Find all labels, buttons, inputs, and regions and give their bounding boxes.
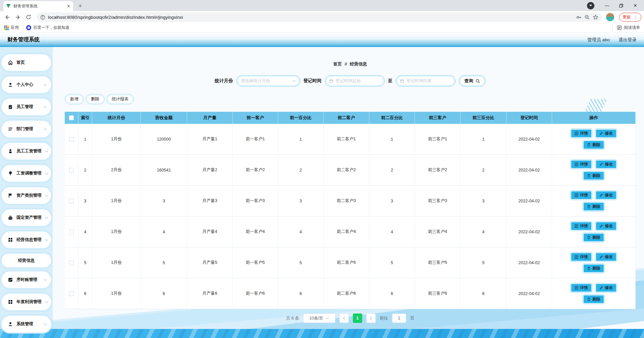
bookmark-star-icon[interactable] (593, 14, 598, 20)
row-delete-button[interactable]: 删除 (583, 295, 604, 304)
row-checkbox[interactable] (69, 168, 74, 173)
browser-menu-icon[interactable]: ⋮ (634, 15, 638, 20)
row-checkbox[interactable] (69, 137, 74, 142)
media-control-icon[interactable] (587, 2, 594, 9)
time-filter-label: 登记时间 (304, 78, 322, 84)
sidebar-item-journal-mgmt[interactable]: 序时账管理 (2, 272, 51, 288)
edit-button[interactable]: 修改 (595, 191, 617, 200)
cell-client1: 前一客户1 (233, 124, 278, 155)
cell-output: 月产量6 (187, 278, 233, 309)
time-start-input[interactable] (336, 79, 380, 83)
edit-button[interactable]: 修改 (595, 252, 617, 261)
sidebar-item-salary-mgmt[interactable]: 员工工资管理 (2, 143, 51, 159)
prev-page-button[interactable] (339, 313, 349, 323)
forward-button[interactable] (13, 13, 22, 21)
table-toolbar: 新增 删除 统计报表 (65, 94, 636, 104)
cell-client2: 前二客户3 (324, 186, 369, 216)
goto-page-input[interactable] (392, 313, 406, 323)
cell-output: 月产量3 (187, 186, 233, 216)
detail-button[interactable]: 详情 (571, 191, 592, 200)
edit-button[interactable]: 修改 (595, 129, 617, 138)
row-delete-button[interactable]: 删除 (583, 233, 604, 242)
row-delete-button[interactable]: 删除 (583, 202, 604, 211)
data-table: 索引 统计月份 营收金额 月产量 前一客户 前一百分比 前二客户 前二百分比 前… (65, 112, 636, 309)
time-start-input-wrap[interactable] (325, 75, 385, 87)
edit-button[interactable]: 修改 (595, 222, 617, 231)
sidebar-item-asset-category-mgmt[interactable]: 资产类别管理 (2, 187, 51, 204)
search-button[interactable]: 查询 (459, 75, 486, 87)
url-text[interactable]: localhost:8080/springbootqc6r2/admin/dis… (48, 15, 573, 20)
chevron-down-icon (44, 128, 47, 130)
cell-date: 2022-04-02 (506, 278, 552, 309)
table-row: 2 2月份 160541 月产量2 前一客户2 2 前二客户2 2 前三客户2 … (65, 155, 636, 186)
clipboard-icon (8, 104, 13, 109)
detail-button[interactable]: 详情 (571, 283, 592, 292)
window-minimize-button[interactable]: — (600, 1, 614, 10)
chevron-right-icon (370, 317, 372, 320)
sidebar-item-fixed-asset-mgmt[interactable]: 固定资产管理 (2, 209, 51, 226)
row-delete-button[interactable]: 删除 (583, 140, 604, 149)
address-bar[interactable]: localhost:8080/springbootqc6r2/admin/dis… (37, 12, 602, 22)
time-end-input-wrap[interactable] (396, 75, 455, 87)
cell-month: 2月份 (92, 155, 141, 186)
cell-month: 1月份 (92, 124, 141, 155)
report-button[interactable]: 统计报表 (106, 94, 134, 104)
window-close-button[interactable]: ✕ (629, 1, 642, 10)
add-button[interactable]: 新增 (65, 94, 84, 104)
sidebar-item-home[interactable]: 首页 (2, 54, 51, 71)
next-page-button[interactable] (366, 313, 376, 323)
select-all-checkbox[interactable] (69, 115, 74, 120)
sidebar-item-annual-profit-mgmt[interactable]: 年度利润管理 (2, 294, 51, 310)
zoom-out-icon[interactable] (584, 14, 590, 20)
row-checkbox[interactable] (69, 260, 74, 265)
new-tab-button[interactable]: + (76, 2, 85, 10)
time-end-input[interactable] (407, 79, 451, 83)
sidebar-item-salary-adjust-mgmt[interactable]: 工资调整管理 (2, 165, 51, 182)
month-select-input[interactable] (241, 79, 290, 83)
page-size-label: 10条/页 (309, 316, 323, 321)
row-delete-button[interactable]: 删除 (583, 171, 604, 180)
browser-tab[interactable]: 财务管理系统 ✕ (3, 1, 73, 11)
month-select[interactable] (236, 75, 300, 87)
detail-button[interactable]: 详情 (571, 222, 592, 231)
list-icon (8, 127, 13, 132)
cell-client1: 前一客户6 (233, 278, 278, 309)
window-restore-button[interactable] (614, 1, 628, 10)
row-checkbox[interactable] (69, 199, 74, 203)
info-icon[interactable] (40, 15, 45, 20)
chevron-down-icon (45, 195, 48, 197)
reload-button[interactable] (24, 13, 33, 21)
sidebar-item-department-mgmt[interactable]: 部门管理 (2, 121, 51, 137)
detail-button[interactable]: 详情 (571, 160, 592, 169)
reading-list-button[interactable]: 阅读清单 (612, 25, 640, 31)
tab-close-icon[interactable]: ✕ (67, 4, 70, 9)
password-key-icon[interactable] (576, 14, 582, 20)
edit-button[interactable]: 修改 (595, 283, 617, 292)
cell-pct1: 4 (278, 216, 324, 247)
row-checkbox[interactable] (69, 230, 74, 234)
col-month: 统计月份 (92, 112, 141, 124)
page-size-select[interactable]: 10条/页 (303, 313, 335, 323)
detail-button[interactable]: 详情 (571, 252, 592, 261)
user-icon (8, 322, 13, 327)
current-page-button[interactable]: 1 (353, 313, 362, 323)
profile-avatar[interactable] (606, 13, 614, 21)
breadcrumb-home[interactable]: 首页 (333, 61, 342, 66)
row-delete-button[interactable]: 删除 (583, 264, 604, 273)
chrome-update-button[interactable]: 更新 ⋮ (619, 13, 641, 21)
sidebar-item-system-mgmt[interactable]: 系统管理 (2, 316, 51, 332)
sidebar-item-personal-center[interactable]: 个人中心 (2, 77, 51, 93)
apps-shortcut[interactable]: 应用 (4, 25, 19, 31)
detail-button[interactable]: 详情 (571, 129, 592, 138)
month-filter-label: 统计月份 (215, 78, 233, 84)
sidebar-item-employee-mgmt[interactable]: 员工管理 (2, 99, 51, 115)
logout-link[interactable]: 退出登录 (619, 37, 637, 43)
delete-button[interactable]: 删除 (86, 94, 105, 104)
sidebar-item-business-info-mgmt[interactable]: 经营信息管理 (2, 232, 51, 248)
back-button[interactable] (3, 13, 11, 21)
sidebar-subitem-business-info[interactable]: 经营信息 (2, 254, 51, 267)
edit-button[interactable]: 修改 (595, 160, 617, 169)
bookmark-baidu[interactable]: 百度一下，你就知道 (26, 25, 69, 31)
row-checkbox[interactable] (69, 291, 74, 296)
cell-pct1: 6 (278, 278, 324, 309)
